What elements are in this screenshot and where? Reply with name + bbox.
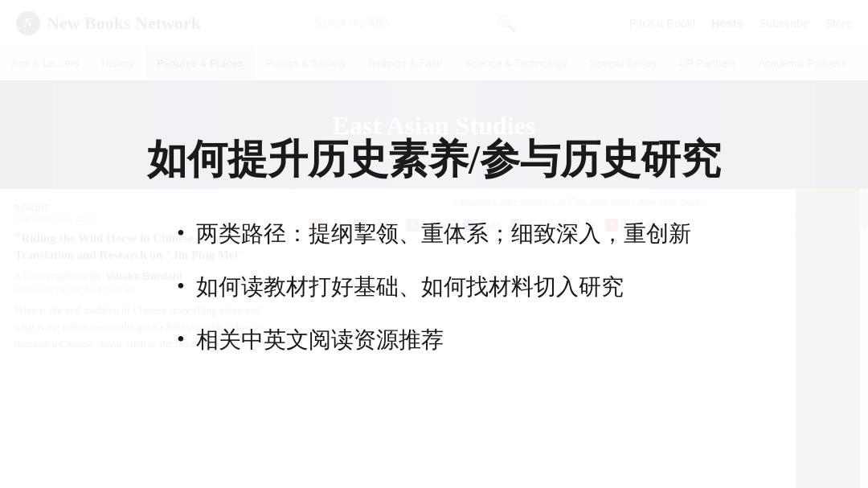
bullet-icon-3: • [177, 325, 185, 354]
bullet-icon-2: • [177, 272, 185, 301]
bullet-icon-1: • [177, 219, 185, 248]
overlay-list: • 两类路径：提纲挈领、重体系；细致深入，重创新 • 如何读教材打好基础、如何找… [177, 219, 691, 355]
overlay-title: 如何提升历史素养/参与历史研究 [147, 133, 721, 187]
overlay: 如何提升历史素养/参与历史研究 • 两类路径：提纲挈领、重体系；细致深入，重创新… [0, 0, 868, 488]
overlay-bullet-2: • 如何读教材打好基础、如何找材料切入研究 [177, 272, 691, 302]
bullet-text-1: 两类路径：提纲挈领、重体系；细致深入，重创新 [196, 219, 691, 249]
overlay-bullet-1: • 两类路径：提纲挈领、重体系；细致深入，重创新 [177, 219, 691, 249]
bullet-text-3: 相关中英文阅读资源推荐 [196, 325, 444, 355]
overlay-bullet-3: • 相关中英文阅读资源推荐 [177, 325, 691, 355]
bullet-text-2: 如何读教材打好基础、如何找材料切入研究 [196, 272, 624, 302]
